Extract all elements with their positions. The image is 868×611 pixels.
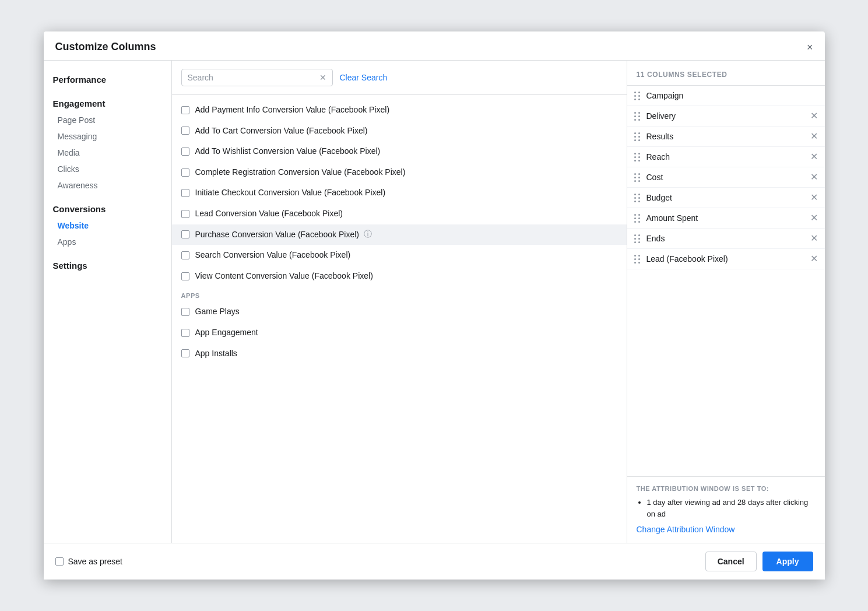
selected-item-results: Results ✕ — [627, 127, 825, 147]
list-item[interactable]: Initiate Checkout Conversion Value (Face… — [172, 182, 627, 203]
selected-item-delivery: Delivery ✕ — [627, 106, 825, 127]
list-item[interactable]: Add Payment Info Conversion Value (Faceb… — [172, 100, 627, 121]
selected-item-label: Campaign — [646, 91, 818, 100]
item-label: Add To Wishlist Conversion Value (Facebo… — [195, 146, 381, 157]
drag-handle[interactable] — [634, 173, 641, 182]
remove-icon[interactable]: ✕ — [810, 152, 818, 161]
info-icon[interactable]: ⓘ — [364, 229, 372, 240]
checkbox[interactable] — [181, 308, 189, 316]
item-label: Initiate Checkout Conversion Value (Face… — [195, 187, 386, 199]
selected-item-label: Ends — [646, 234, 806, 243]
sidebar-item-clicks[interactable]: Clicks — [44, 161, 171, 177]
sidebar-item-website[interactable]: Website — [44, 217, 171, 234]
list-item[interactable]: Add To Cart Conversion Value (Facebook P… — [172, 121, 627, 142]
selected-item-ends: Ends ✕ — [627, 229, 825, 249]
drag-handle[interactable] — [634, 112, 641, 121]
drag-handle[interactable] — [634, 153, 641, 161]
selected-item-label: Delivery — [646, 111, 806, 121]
remove-icon[interactable]: ✕ — [810, 193, 818, 202]
item-label: Add Payment Info Conversion Value (Faceb… — [195, 104, 390, 116]
remove-icon[interactable]: ✕ — [810, 111, 818, 121]
list-item[interactable]: App Installs — [172, 343, 627, 364]
drag-handle[interactable] — [634, 234, 641, 243]
drag-handle[interactable] — [634, 194, 641, 202]
list-item[interactable]: Game Plays — [172, 301, 627, 322]
selected-item-label: Budget — [646, 193, 806, 202]
apply-button[interactable]: Apply — [762, 552, 813, 571]
modal-footer: Save as preset Cancel Apply — [44, 543, 825, 580]
item-label: Search Conversion Value (Facebook Pixel) — [195, 250, 351, 261]
selected-item-label: Amount Spent — [646, 213, 806, 223]
clear-search-button[interactable]: Clear Search — [340, 73, 388, 82]
item-label: Lead Conversion Value (Facebook Pixel) — [195, 208, 343, 220]
sidebar-item-apps[interactable]: Apps — [44, 234, 171, 250]
search-bar: ✕ Clear Search — [172, 61, 627, 95]
item-label: Complete Registration Conversion Value (… — [195, 167, 406, 178]
sidebar-section-engagement: Engagement — [44, 94, 171, 112]
selected-item-label: Lead (Facebook Pixel) — [646, 254, 806, 264]
list-item-purchase[interactable]: Purchase Conversion Value (Facebook Pixe… — [172, 224, 627, 245]
checkbox[interactable] — [181, 329, 189, 337]
sidebar-item-awareness[interactable]: Awareness — [44, 177, 171, 194]
checkbox[interactable] — [181, 230, 189, 238]
cancel-button[interactable]: Cancel — [705, 552, 757, 571]
sidebar-item-media[interactable]: Media — [44, 145, 171, 161]
checkbox[interactable] — [181, 349, 189, 357]
sidebar-section-performance: Performance — [44, 70, 171, 88]
selected-item-campaign: Campaign — [627, 86, 825, 106]
sidebar-section-settings: Settings — [44, 256, 171, 274]
selected-item-reach: Reach ✕ — [627, 147, 825, 167]
sidebar-item-messaging[interactable]: Messaging — [44, 128, 171, 145]
item-label: Purchase Conversion Value (Facebook Pixe… — [195, 229, 359, 241]
selected-item-lead: Lead (Facebook Pixel) ✕ — [627, 249, 825, 269]
checkbox[interactable] — [181, 106, 189, 114]
right-panel: 11 COLUMNS SELECTED Campaign — [627, 61, 825, 543]
checkbox[interactable] — [181, 210, 189, 218]
sidebar-item-page-post[interactable]: Page Post — [44, 112, 171, 128]
selected-item-budget: Budget ✕ — [627, 188, 825, 208]
remove-icon[interactable]: ✕ — [810, 173, 818, 182]
search-input-wrapper[interactable]: ✕ — [181, 69, 333, 86]
remove-icon[interactable]: ✕ — [810, 254, 818, 264]
attribution-section: THE ATTRIBUTION WINDOW IS SET TO: 1 day … — [627, 476, 825, 543]
save-preset-label: Save as preset — [68, 557, 122, 566]
list-item[interactable]: View Content Conversion Value (Facebook … — [172, 266, 627, 287]
list-item[interactable]: Search Conversion Value (Facebook Pixel) — [172, 245, 627, 266]
drag-handle[interactable] — [634, 214, 641, 223]
list-item[interactable]: App Engagement — [172, 322, 627, 343]
modal-title: Customize Columns — [55, 41, 156, 53]
item-label: App Engagement — [195, 327, 258, 339]
save-preset-checkbox[interactable] — [55, 557, 64, 566]
remove-icon[interactable]: ✕ — [810, 234, 818, 243]
selected-item-label: Results — [646, 132, 806, 141]
search-input[interactable] — [188, 73, 316, 82]
checkbox[interactable] — [181, 127, 189, 135]
checkbox[interactable] — [181, 168, 189, 177]
attribution-title: THE ATTRIBUTION WINDOW IS SET TO: — [637, 485, 816, 492]
checkbox[interactable] — [181, 148, 189, 156]
list-item[interactable]: Complete Registration Conversion Value (… — [172, 162, 627, 183]
list-item[interactable]: Add To Wishlist Conversion Value (Facebo… — [172, 141, 627, 162]
drag-handle[interactable] — [634, 255, 641, 264]
item-label: Game Plays — [195, 306, 240, 318]
selected-item-cost: Cost ✕ — [627, 167, 825, 188]
sidebar: Performance Engagement Page Post Messagi… — [44, 61, 172, 543]
remove-icon[interactable]: ✕ — [810, 132, 818, 141]
drag-handle[interactable] — [634, 92, 641, 100]
remove-icon[interactable]: ✕ — [810, 213, 818, 223]
search-clear-icon[interactable]: ✕ — [319, 73, 326, 82]
checkbox[interactable] — [181, 272, 189, 280]
checkbox[interactable] — [181, 189, 189, 197]
list-item[interactable]: Lead Conversion Value (Facebook Pixel) — [172, 203, 627, 224]
apps-group-label: APPS — [172, 286, 627, 301]
selected-item-label: Cost — [646, 173, 806, 182]
attribution-text: 1 day after viewing ad and 28 days after… — [637, 497, 816, 519]
drag-handle[interactable] — [634, 132, 641, 141]
columns-count: 11 COLUMNS SELECTED — [637, 71, 728, 79]
item-label: View Content Conversion Value (Facebook … — [195, 271, 373, 282]
checkbox[interactable] — [181, 251, 189, 259]
footer-actions: Cancel Apply — [705, 552, 813, 571]
change-attribution-window-link[interactable]: Change Attribution Window — [637, 525, 735, 534]
save-preset-area: Save as preset — [55, 557, 122, 566]
close-icon[interactable]: × — [807, 42, 813, 52]
